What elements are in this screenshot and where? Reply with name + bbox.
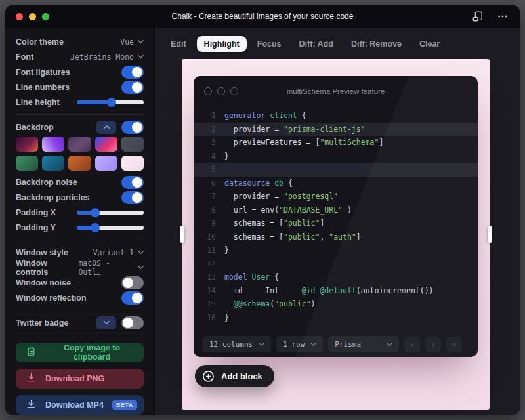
backdrop-swatch-3[interactable] <box>68 136 91 152</box>
code-window-title[interactable]: multiSchema Preview feature <box>194 87 478 95</box>
panel-toggle-icon[interactable] <box>471 10 484 23</box>
chevron-down-icon <box>138 249 144 255</box>
more-menu-icon[interactable] <box>496 10 509 23</box>
code-line-3[interactable]: 3 previewFeatures = ["multiSchema"] <box>194 136 478 150</box>
toggle-backdrop-noise[interactable] <box>121 176 144 189</box>
code-text: generator client { <box>224 109 306 123</box>
download-png-button[interactable]: Download PNG <box>16 369 144 388</box>
traffic-light-zoom[interactable] <box>42 13 49 20</box>
add-block-button[interactable]: Add block <box>195 365 274 387</box>
slider-thumb[interactable] <box>91 208 100 217</box>
slider-thumb[interactable] <box>91 223 100 232</box>
toggle-twitter-badge[interactable] <box>121 316 144 329</box>
sidebar-row-font: FontJetBrains Mono <box>16 49 144 64</box>
code-line-15[interactable]: 15 @@schema("public") <box>194 297 478 311</box>
code-line-16[interactable]: 16} <box>194 311 478 325</box>
toggle-window-noise[interactable] <box>121 276 144 289</box>
toggle-window-reflection[interactable] <box>121 291 144 304</box>
code-line-4[interactable]: 4} <box>194 150 478 163</box>
backdrop-swatch-9[interactable] <box>95 156 117 171</box>
slider-padding-y[interactable] <box>77 223 144 232</box>
token-str: "public" <box>274 299 310 308</box>
backdrop-swatch-2[interactable] <box>42 136 64 152</box>
backdrop-swatch-8[interactable] <box>68 156 91 171</box>
code-line-9[interactable]: 9 schemas = ["public"] <box>194 217 478 230</box>
code-line-10[interactable]: 10 schemas = ["public", "auth"] <box>194 230 478 244</box>
token-pl: provider = <box>224 125 284 134</box>
sidebar-row-twitter-badge: Twitter badge <box>16 315 144 330</box>
tab-focus[interactable]: Focus <box>250 36 289 52</box>
slider-padding-x[interactable] <box>77 208 144 217</box>
tab-clear[interactable]: Clear <box>412 36 447 52</box>
button-label: Download MP4 <box>45 400 104 410</box>
traffic-light-close[interactable] <box>16 13 23 20</box>
token-pl: { <box>297 111 306 120</box>
backdrop-swatch-6[interactable] <box>16 156 38 171</box>
chevron-down-icon <box>259 341 264 347</box>
token-str: "prisma-client-js" <box>284 125 366 134</box>
token-pl: ] <box>320 219 324 228</box>
dropdown-1-row[interactable]: 1 row <box>276 336 323 352</box>
traffic-light-minimize[interactable] <box>29 13 36 20</box>
tab-edit[interactable]: Edit <box>163 36 194 52</box>
toggle-knob <box>132 177 142 188</box>
code-line-2[interactable]: 2 provider = "prisma-client-js" <box>194 123 478 136</box>
toggle-font-ligatures[interactable] <box>121 66 144 79</box>
sidebar-row-backdrop-noise: Backdrop noise <box>16 175 144 190</box>
collapse-backdrop-button[interactable] <box>96 121 116 134</box>
code-text: model User { <box>224 270 279 284</box>
toggle-backdrop[interactable] <box>121 121 144 134</box>
block-toolbar: 12 columns1 rowPrisma‹›× <box>203 336 462 352</box>
backdrop-swatch-10[interactable] <box>121 156 144 171</box>
copy-image-button[interactable]: Copy image to clipboard <box>16 343 144 362</box>
token-ent: User <box>252 272 270 282</box>
setting-label: Backdrop <box>16 123 54 132</box>
code-line-13[interactable]: 13model User { <box>194 270 478 284</box>
backdrop-swatch-4[interactable] <box>95 136 117 152</box>
remove-block-button[interactable]: × <box>446 337 462 352</box>
collapse-twitter-badge-button[interactable] <box>96 316 116 329</box>
toggle-backdrop-particles[interactable] <box>121 191 144 204</box>
toggle-line-numbers[interactable] <box>121 81 144 94</box>
slider-thumb[interactable] <box>107 98 116 107</box>
canvas-resize-handle-left[interactable] <box>180 226 184 243</box>
dropdown-12-columns[interactable]: 12 columns <box>203 336 271 352</box>
prev-block-button[interactable]: ‹ <box>404 337 420 352</box>
tab-highlight[interactable]: Highlight <box>197 36 247 52</box>
select-window-style[interactable]: Variant 1 <box>93 248 144 257</box>
code-line-12[interactable]: 12 <box>194 257 478 271</box>
dropdown-prisma[interactable]: Prisma <box>328 336 399 352</box>
plus-circle-icon <box>202 370 215 383</box>
dropdown-value: 1 row <box>283 340 304 348</box>
backdrop-swatch-5[interactable] <box>121 136 144 152</box>
tab-diff-add[interactable]: Diff: Add <box>292 36 341 52</box>
code-text: previewFeatures = ["multiSchema"] <box>224 136 383 150</box>
next-block-button[interactable]: › <box>425 337 441 352</box>
select-window-controls[interactable]: macOS - Outl… <box>78 259 144 277</box>
sidebar-row-line-height: Line height <box>16 94 144 110</box>
select-value: macOS - Outl… <box>78 259 134 277</box>
line-number: 1 <box>203 109 216 123</box>
tab-diff-remove[interactable]: Diff: Remove <box>344 36 409 52</box>
select-font[interactable]: JetBrains Mono <box>70 52 144 62</box>
code-line-1[interactable]: 1generator client { <box>194 109 478 123</box>
backdrop-swatch-1[interactable] <box>16 136 38 152</box>
canvas-resize-handle-right[interactable] <box>488 226 492 243</box>
sidebar-row-line-numbers: Line numbers <box>16 79 144 94</box>
sidebar-divider <box>16 335 144 335</box>
code-line-14[interactable]: 14 id Int @id @default(autoincrement()) <box>194 284 478 298</box>
token-pl: ) <box>311 299 316 308</box>
token-pl: } <box>224 152 229 161</box>
desktop-background: Chalk - Create beautiful images of your … <box>0 0 525 420</box>
download-mp4-button[interactable]: Download MP4BETA <box>16 395 144 415</box>
code-line-7[interactable]: 7 provider = "postgresql" <box>194 190 478 203</box>
token-pl: schemas = [ <box>224 219 284 228</box>
select-color-theme[interactable]: Vue <box>120 37 144 47</box>
token-pl <box>247 272 252 282</box>
code-line-6[interactable]: 6datasource db { <box>194 177 478 190</box>
code-line-8[interactable]: 8 url = env("DATABASE_URL" ) <box>194 203 478 217</box>
code-line-11[interactable]: 11} <box>194 243 478 257</box>
code-line-5[interactable]: 5 <box>194 163 478 177</box>
slider-line-height[interactable] <box>77 98 144 107</box>
backdrop-swatch-7[interactable] <box>42 156 64 171</box>
